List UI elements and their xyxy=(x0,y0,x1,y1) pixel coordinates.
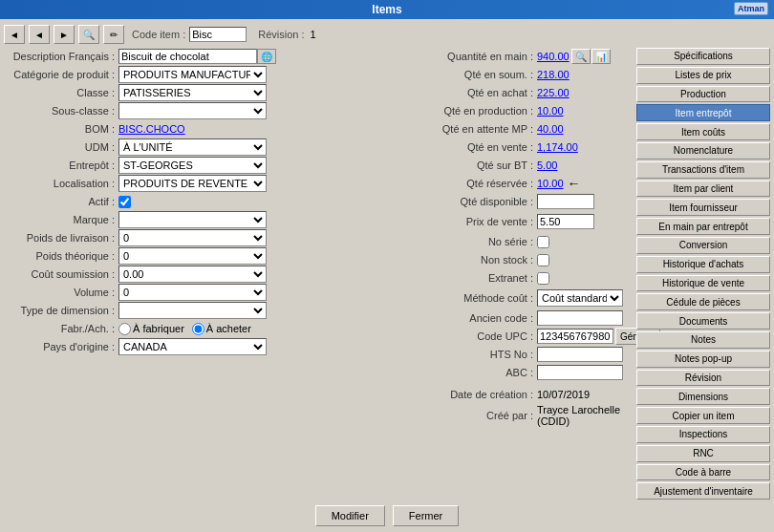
sidebar-button-8[interactable]: Item fournisseur xyxy=(636,199,770,216)
sidebar-button-23[interactable]: Ajustement d'inventaire xyxy=(636,482,770,500)
sidebar-button-3[interactable]: Item entrepôt xyxy=(636,104,770,121)
extranet-checkbox[interactable] xyxy=(537,272,549,285)
prix-vente-input[interactable] xyxy=(537,214,594,229)
sidebar-button-21[interactable]: RNC xyxy=(636,445,770,462)
volume-select[interactable]: 0 xyxy=(118,284,267,301)
sidebar-button-12[interactable]: Historique de vente xyxy=(636,275,770,292)
qte-attente-value[interactable]: 40.00 xyxy=(537,123,564,135)
fabr-ach-acheter-radio[interactable] xyxy=(192,323,204,335)
bom-value[interactable]: BISC.CHOCO xyxy=(118,123,185,135)
nav-back-button[interactable]: ◄ xyxy=(4,25,25,44)
fabr-ach-fabriquer-radio[interactable] xyxy=(118,323,131,335)
fabr-ach-group: À fabriquer À acheter xyxy=(118,323,251,335)
code-upc-label: Code UPC : xyxy=(413,330,537,342)
sidebar-button-20[interactable]: Inspections xyxy=(636,426,770,443)
qte-bt-label: Qté sur BT : xyxy=(413,160,537,171)
non-stock-label: Non stock : xyxy=(413,254,537,266)
sidebar-button-17[interactable]: Révision xyxy=(636,370,770,387)
poids-livraison-select[interactable]: 0 xyxy=(118,229,267,246)
code-upc-input[interactable] xyxy=(537,329,613,344)
sidebar-button-13[interactable]: Cédule de pièces xyxy=(636,293,770,310)
cout-soumission-label: Coût soumission : xyxy=(4,268,118,280)
qte-main-value[interactable]: 940.00 xyxy=(537,51,570,62)
qte-reservee-value[interactable]: 10.00 xyxy=(537,178,564,189)
sidebar-button-10[interactable]: Conversion xyxy=(636,237,770,254)
volume-label: Volume : xyxy=(4,287,118,298)
description-input[interactable] xyxy=(118,49,257,64)
date-creation-label: Date de création : xyxy=(413,389,537,400)
globe-button[interactable]: 🌐 xyxy=(257,49,276,64)
nav-back2-button[interactable]: ◄ xyxy=(29,25,50,44)
sidebar-button-22[interactable]: Code à barre xyxy=(636,464,770,481)
non-stock-checkbox[interactable] xyxy=(537,254,549,266)
sidebar-button-4[interactable]: Item coûts xyxy=(636,123,770,140)
qte-disponible-input[interactable] xyxy=(537,194,594,209)
sidebar-button-5[interactable]: Nomenclature xyxy=(636,142,770,160)
fabr-ach-fabriquer-text: À fabriquer xyxy=(133,323,184,334)
qte-reservee-label: Qté réservée : xyxy=(413,178,537,189)
abc-input[interactable] xyxy=(537,365,623,380)
sidebar-button-0[interactable]: Spécifications xyxy=(636,48,770,65)
actif-checkbox[interactable] xyxy=(118,196,131,208)
qte-soum-label: Qté en soum. : xyxy=(413,69,537,80)
qte-main-label: Quantité en main : xyxy=(413,51,537,62)
qte-main-search[interactable]: 🔍 xyxy=(571,49,591,64)
sidebar-button-19[interactable]: Copier un item xyxy=(636,407,770,424)
qte-bt-value[interactable]: 5.00 xyxy=(537,160,557,171)
sidebar-button-1[interactable]: Listes de prix xyxy=(636,67,770,84)
fabr-ach-acheter-label[interactable]: À acheter xyxy=(192,323,251,335)
sous-class-select[interactable] xyxy=(118,102,267,119)
qte-vente-value[interactable]: 1,174.00 xyxy=(537,141,578,153)
methode-cout-select[interactable]: Coût standard xyxy=(537,289,623,307)
button-panel: SpécificationsListes de prixProductionIt… xyxy=(636,48,770,500)
sidebar-button-11[interactable]: Historique d'achats xyxy=(636,256,770,273)
abc-label: ABC : xyxy=(413,367,537,378)
cree-par-label: Créé par : xyxy=(413,410,537,421)
class-select[interactable]: PATISSERIES xyxy=(118,84,267,101)
ancien-code-label: Ancien code : xyxy=(413,312,537,324)
category-select[interactable]: PRODUITS MANUFACTURÉS xyxy=(118,66,267,83)
qte-production-value[interactable]: 10.00 xyxy=(537,105,564,117)
hts-no-label: HTS No : xyxy=(413,349,537,360)
sidebar-button-7[interactable]: Item par client xyxy=(636,181,770,198)
revision-label: Révision : xyxy=(258,29,304,40)
left-panel: Description Français : 🌐 Catégorie de pr… xyxy=(4,48,409,500)
pays-origine-select[interactable]: CANADA xyxy=(118,338,267,355)
actif-label: Actif : xyxy=(4,196,118,207)
qte-attente-label: Qté en attente MP : xyxy=(413,123,537,135)
category-label: Catégorie de produit : xyxy=(4,69,118,80)
udm-select[interactable]: À L'UNITÉ xyxy=(118,138,267,156)
localisation-select[interactable]: PRODUITS DE REVENTE STG xyxy=(118,175,267,192)
no-serie-label: No série : xyxy=(413,236,537,247)
code-item-input[interactable] xyxy=(189,27,247,42)
sidebar-button-18[interactable]: Dimensions xyxy=(636,388,770,405)
type-dimension-select[interactable] xyxy=(118,302,267,319)
prix-vente-label: Prix de vente : xyxy=(413,216,537,227)
modifier-button[interactable]: Modifier xyxy=(315,505,385,526)
ancien-code-input[interactable] xyxy=(537,310,623,326)
nav-forward-button[interactable]: ► xyxy=(54,25,75,44)
sidebar-button-9[interactable]: En main par entrepôt xyxy=(636,218,770,235)
qte-achat-label: Qté en achat : xyxy=(413,87,537,98)
hts-no-input[interactable] xyxy=(537,347,623,362)
qte-achat-value[interactable]: 225.00 xyxy=(537,87,570,98)
no-serie-checkbox[interactable] xyxy=(537,236,549,248)
qte-soum-value[interactable]: 218.00 xyxy=(537,69,570,80)
entrepot-select[interactable]: ST-GEORGES xyxy=(118,157,267,174)
pays-origine-label: Pays d'origine : xyxy=(4,341,118,352)
edit-button[interactable]: ✏ xyxy=(103,25,124,44)
search-button[interactable]: 🔍 xyxy=(78,25,99,44)
fabr-ach-label: Fabr./Ach. : xyxy=(4,323,118,334)
marque-select[interactable] xyxy=(118,211,267,228)
sidebar-button-2[interactable]: Production xyxy=(636,86,770,103)
fermer-button[interactable]: Fermer xyxy=(393,505,459,526)
sidebar-button-14[interactable]: Documents xyxy=(636,312,770,330)
poids-theorique-select[interactable]: 0 xyxy=(118,247,267,265)
cout-soumission-select[interactable]: 0.00 xyxy=(118,266,267,283)
qte-main-chart[interactable]: 📊 xyxy=(591,49,611,64)
fabr-ach-fabriquer-label[interactable]: À fabriquer xyxy=(118,323,184,335)
sidebar-button-15[interactable]: Notes xyxy=(636,331,770,349)
code-item-label: Code item : xyxy=(132,29,185,40)
sidebar-button-16[interactable]: Notes pop-up xyxy=(636,351,770,368)
sidebar-button-6[interactable]: Transactions d'item xyxy=(636,161,770,179)
